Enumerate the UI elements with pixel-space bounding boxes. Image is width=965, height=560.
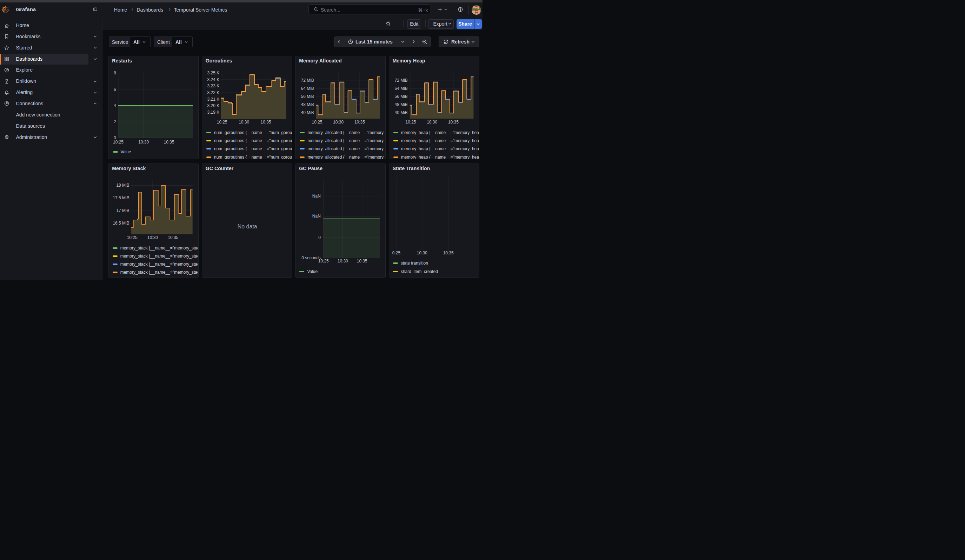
svg-text:40 MiB: 40 MiB [301, 110, 314, 115]
svg-text:0:25: 0:25 [392, 250, 401, 255]
svg-text:10:35: 10:35 [164, 140, 174, 145]
svg-text:10:25: 10:25 [217, 120, 227, 124]
svg-text:10:30: 10:30 [147, 235, 158, 240]
svg-text:3.20 K: 3.20 K [207, 103, 219, 108]
svg-text:3.21 K: 3.21 K [207, 97, 219, 102]
svg-text:16.5 MiB: 16.5 MiB [113, 220, 129, 225]
svg-text:18 MiB: 18 MiB [116, 183, 129, 188]
svg-text:40 MiB: 40 MiB [394, 110, 407, 115]
svg-text:64 MiB: 64 MiB [301, 86, 314, 91]
svg-text:10:35: 10:35 [260, 120, 271, 124]
svg-text:NaN: NaN [312, 214, 321, 219]
svg-text:3.24 K: 3.24 K [207, 77, 219, 82]
svg-text:10:30: 10:30 [333, 120, 343, 124]
svg-text:3.25 K: 3.25 K [207, 70, 219, 75]
svg-text:48 MiB: 48 MiB [301, 102, 314, 107]
svg-text:4: 4 [114, 103, 116, 108]
svg-text:17.5 MiB: 17.5 MiB [113, 196, 129, 200]
svg-text:10:25: 10:25 [312, 120, 322, 124]
svg-text:10:30: 10:30 [239, 120, 249, 124]
svg-text:2: 2 [114, 119, 116, 124]
svg-text:10:35: 10:35 [448, 120, 459, 124]
svg-text:64 MiB: 64 MiB [394, 86, 407, 91]
svg-text:3.22 K: 3.22 K [207, 90, 219, 95]
svg-text:NaN: NaN [312, 193, 321, 198]
svg-text:10:30: 10:30 [138, 140, 149, 145]
svg-text:10:35: 10:35 [443, 250, 453, 255]
svg-text:48 MiB: 48 MiB [394, 102, 407, 107]
svg-text:3.19 K: 3.19 K [207, 110, 219, 115]
svg-text:72 MiB: 72 MiB [394, 78, 407, 83]
svg-text:10:35: 10:35 [355, 120, 365, 124]
svg-text:8: 8 [114, 70, 116, 75]
svg-text:10:25: 10:25 [127, 235, 137, 240]
svg-text:6: 6 [114, 87, 116, 92]
svg-text:0: 0 [318, 235, 321, 240]
svg-text:10:30: 10:30 [417, 250, 427, 255]
svg-text:10:30: 10:30 [427, 120, 437, 124]
svg-text:10:25: 10:25 [318, 259, 329, 263]
svg-text:72 MiB: 72 MiB [301, 78, 314, 83]
svg-text:56 MiB: 56 MiB [394, 94, 407, 99]
svg-text:10:35: 10:35 [357, 259, 367, 263]
svg-text:17 MiB: 17 MiB [116, 208, 129, 213]
svg-text:3.23 K: 3.23 K [207, 84, 219, 89]
svg-text:0 seconds: 0 seconds [301, 255, 321, 260]
svg-text:10:25: 10:25 [113, 140, 124, 145]
svg-text:56 MiB: 56 MiB [301, 94, 314, 99]
svg-text:10:30: 10:30 [338, 259, 348, 263]
svg-text:10:25: 10:25 [405, 120, 416, 124]
svg-text:10:35: 10:35 [168, 235, 178, 240]
